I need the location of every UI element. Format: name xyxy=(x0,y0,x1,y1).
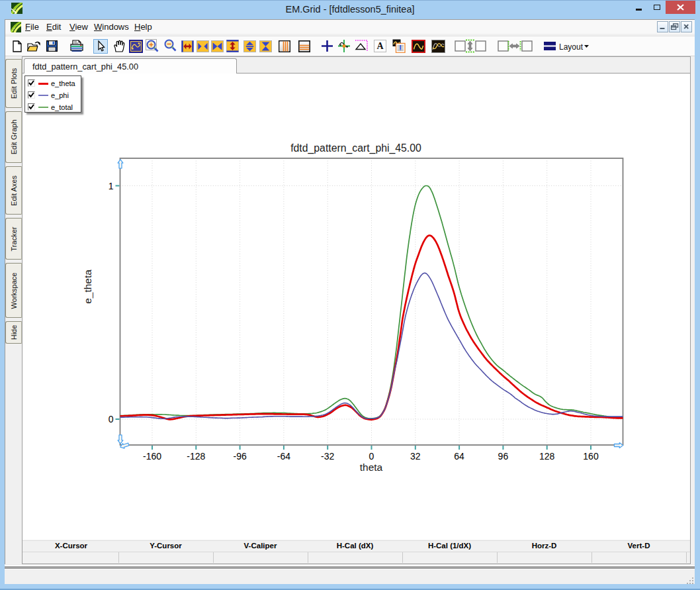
svg-text:128: 128 xyxy=(539,451,555,462)
svg-text:e_theta: e_theta xyxy=(82,270,93,304)
svg-text:64: 64 xyxy=(454,451,464,462)
svg-text:-128: -128 xyxy=(187,451,205,462)
svg-text:-32: -32 xyxy=(321,451,334,462)
svg-text:1: 1 xyxy=(109,181,114,191)
svg-text:96: 96 xyxy=(498,451,509,462)
svg-text:0: 0 xyxy=(369,451,374,462)
svg-text:160: 160 xyxy=(583,451,599,462)
svg-text:fdtd_pattern_cart_phi_45.00: fdtd_pattern_cart_phi_45.00 xyxy=(290,142,421,154)
svg-text:-96: -96 xyxy=(233,451,246,462)
svg-text:A: A xyxy=(376,41,384,51)
svg-text:theta: theta xyxy=(360,462,383,473)
svg-text:-64: -64 xyxy=(277,451,290,462)
svg-text:0: 0 xyxy=(109,414,114,424)
svg-text:32: 32 xyxy=(410,451,421,462)
svg-text:-160: -160 xyxy=(143,451,161,462)
